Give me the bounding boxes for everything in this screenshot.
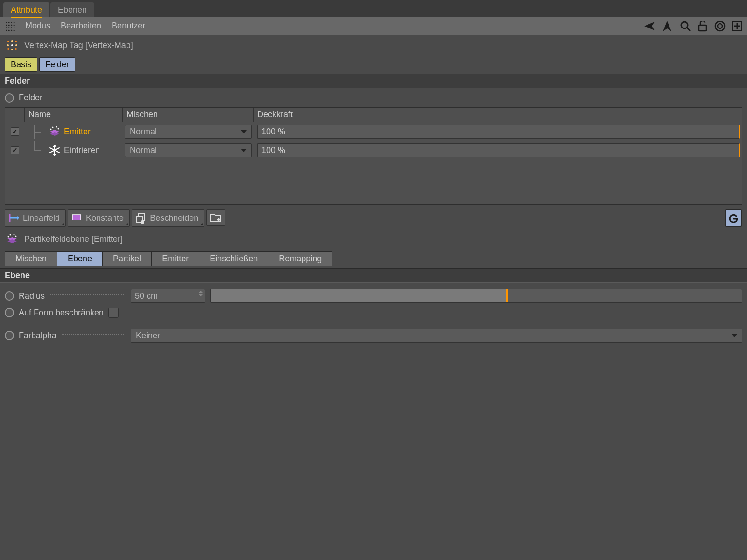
subtab-remapping[interactable]: Remapping bbox=[268, 251, 332, 266]
subtab-ebene[interactable]: Ebene bbox=[57, 251, 103, 266]
row-opacity-input[interactable]: 100 % bbox=[257, 143, 740, 157]
vertex-map-icon bbox=[6, 39, 19, 52]
folder-add-icon bbox=[210, 212, 222, 223]
tab-ebenen[interactable]: Ebenen bbox=[50, 2, 94, 17]
field-tool-row: Linearfeld Konstante Beschneiden bbox=[0, 205, 747, 231]
svg-point-15 bbox=[11, 29, 12, 31]
attr-farbalpha-row: Farbalpha Keiner bbox=[5, 326, 742, 345]
svg-line-18 bbox=[687, 28, 690, 31]
svg-point-12 bbox=[14, 27, 15, 28]
tab-basis[interactable]: Basis bbox=[5, 57, 37, 72]
tab-attribute[interactable]: Attribute bbox=[3, 2, 49, 17]
section-header-ebene: Ebene bbox=[0, 268, 747, 283]
svg-point-8 bbox=[14, 24, 15, 26]
object-title: Vertex-Map Tag [Vertex-Map] bbox=[24, 41, 133, 50]
row-enable-checkbox[interactable] bbox=[11, 127, 19, 136]
svg-marker-48 bbox=[17, 216, 19, 220]
subobject-title: Partikelfeldebene [Emitter] bbox=[24, 234, 123, 244]
svg-point-27 bbox=[11, 40, 13, 42]
aufform-anim-dot[interactable] bbox=[5, 308, 14, 317]
konstante-button[interactable]: Konstante bbox=[68, 209, 130, 227]
add-panel-icon[interactable] bbox=[732, 21, 742, 31]
radius-anim-dot[interactable] bbox=[5, 291, 14, 301]
subtab-partikel[interactable]: Partikel bbox=[102, 251, 152, 266]
object-header: Vertex-Map Tag [Vertex-Map] bbox=[0, 35, 747, 56]
menu-bearbeiten[interactable]: Bearbeiten bbox=[61, 21, 101, 31]
col-name[interactable]: Name bbox=[25, 108, 123, 122]
search-icon[interactable] bbox=[680, 21, 691, 32]
subtab-einschliessen[interactable]: Einschließen bbox=[199, 251, 268, 266]
row-name-emitter[interactable]: Emitter bbox=[64, 127, 91, 137]
svg-point-56 bbox=[10, 234, 11, 236]
g-icon bbox=[728, 212, 739, 224]
svg-point-6 bbox=[8, 24, 10, 26]
farbalpha-anim-dot[interactable] bbox=[5, 331, 14, 340]
target-icon[interactable] bbox=[714, 21, 726, 32]
svg-point-9 bbox=[6, 27, 7, 28]
radius-slider[interactable] bbox=[210, 289, 742, 303]
svg-point-20 bbox=[715, 21, 725, 31]
svg-point-17 bbox=[681, 22, 688, 28]
aufform-checkbox[interactable] bbox=[108, 308, 119, 318]
table-row[interactable]: Emitter Normal 100 % bbox=[5, 122, 742, 141]
radius-step-down[interactable] bbox=[198, 294, 203, 296]
svg-point-32 bbox=[7, 48, 9, 50]
radius-input[interactable]: 50 cm bbox=[131, 289, 205, 303]
nav-up-icon[interactable] bbox=[661, 21, 673, 31]
svg-point-35 bbox=[52, 127, 54, 128]
svg-point-28 bbox=[15, 41, 17, 42]
farbalpha-select[interactable]: Keiner bbox=[131, 329, 742, 343]
grid-icon[interactable] bbox=[5, 21, 15, 31]
col-mischen[interactable]: Mischen bbox=[123, 108, 254, 122]
row-enable-checkbox[interactable] bbox=[11, 146, 19, 154]
svg-point-30 bbox=[11, 44, 13, 46]
tab-felder[interactable]: Felder bbox=[39, 57, 75, 72]
felder-param-row: Felder bbox=[5, 91, 742, 105]
svg-point-14 bbox=[8, 29, 10, 31]
svg-rect-55 bbox=[736, 218, 738, 220]
svg-point-7 bbox=[11, 24, 12, 26]
svg-point-31 bbox=[15, 44, 17, 46]
constant-icon bbox=[71, 212, 82, 224]
add-folder-button[interactable] bbox=[206, 209, 225, 226]
svg-point-4 bbox=[14, 22, 15, 23]
svg-point-59 bbox=[15, 236, 17, 237]
particle-field-icon bbox=[6, 232, 19, 245]
svg-point-11 bbox=[11, 27, 12, 28]
col-deckkraft[interactable]: Deckkraft bbox=[254, 108, 735, 122]
linearfeld-button[interactable]: Linearfeld bbox=[5, 209, 66, 227]
menu-modus[interactable]: Modus bbox=[25, 21, 50, 31]
svg-point-3 bbox=[11, 22, 12, 23]
clip-icon bbox=[135, 212, 146, 224]
row-mix-select[interactable]: Normal bbox=[125, 125, 252, 139]
svg-point-2 bbox=[8, 22, 10, 23]
attr-aufform-row: Auf Form beschränken bbox=[5, 305, 742, 320]
felder-anim-dot[interactable] bbox=[5, 93, 14, 103]
svg-point-5 bbox=[6, 24, 7, 26]
object-tabs: Basis Felder bbox=[0, 56, 747, 74]
subtab-emitter[interactable]: Emitter bbox=[151, 251, 199, 266]
subtab-mischen[interactable]: Mischen bbox=[5, 251, 57, 266]
aufform-label: Auf Form beschränken bbox=[19, 308, 104, 318]
row-opacity-input[interactable]: 100 % bbox=[257, 125, 740, 139]
svg-point-36 bbox=[56, 126, 57, 128]
svg-point-16 bbox=[14, 29, 15, 31]
farbalpha-label: Farbalpha bbox=[19, 331, 56, 341]
nav-back-icon[interactable] bbox=[642, 21, 655, 31]
g-button[interactable] bbox=[725, 209, 742, 227]
table-row[interactable]: Einfrieren Normal 100 % bbox=[5, 141, 742, 160]
subobject-tabs: Mischen Ebene Partikel Emitter Einschlie… bbox=[0, 249, 747, 268]
menu-benutzer[interactable]: Benutzer bbox=[112, 21, 145, 31]
particle-field-icon bbox=[48, 125, 61, 138]
svg-point-58 bbox=[8, 236, 9, 238]
row-mix-select[interactable]: Normal bbox=[125, 143, 252, 157]
lock-icon[interactable] bbox=[698, 21, 708, 32]
svg-point-13 bbox=[6, 29, 7, 31]
radius-step-up[interactable] bbox=[198, 291, 203, 293]
svg-point-26 bbox=[7, 41, 9, 42]
felder-label: Felder bbox=[19, 93, 42, 103]
freeze-icon bbox=[48, 144, 61, 157]
attribute-menubar: Modus Bearbeiten Benutzer bbox=[0, 17, 747, 35]
beschneiden-button[interactable]: Beschneiden bbox=[132, 209, 204, 227]
row-name-einfrieren[interactable]: Einfrieren bbox=[64, 146, 100, 155]
